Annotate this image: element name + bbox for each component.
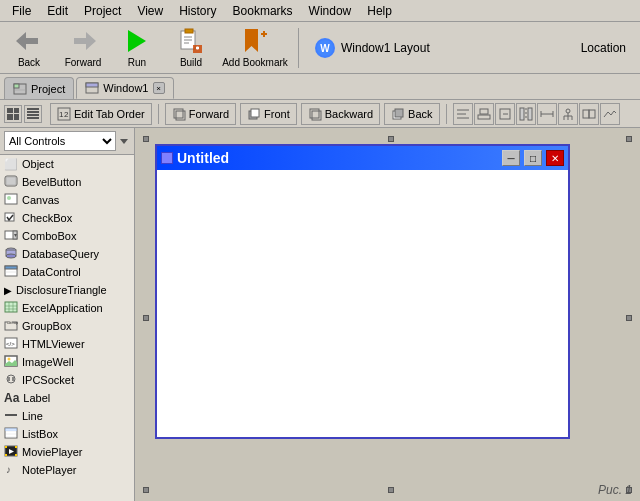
- list-view-btn[interactable]: [24, 105, 42, 123]
- back-icon: [15, 27, 43, 55]
- build-icon: [177, 27, 205, 55]
- sidebar-item-disclosuretriangle[interactable]: ▶ DisclosureTriangle: [0, 281, 134, 299]
- svg-rect-36: [478, 115, 490, 119]
- canvas-handle-tl[interactable]: [143, 136, 149, 142]
- forward-button[interactable]: Forward: [58, 25, 108, 71]
- sidebar-items-list: ⬜ Object BevelButton: [0, 155, 134, 501]
- run-button[interactable]: Run: [112, 25, 162, 71]
- secondary-toolbar: 1 2 Edit Tab Order Forward Front Backwar…: [0, 100, 640, 128]
- misc-button-2[interactable]: [600, 103, 620, 125]
- distribute-icon: [519, 107, 533, 121]
- align-left-button[interactable]: [453, 103, 473, 125]
- alignment-group: [453, 103, 620, 125]
- svg-marker-2: [128, 30, 146, 52]
- sim-minimize-button[interactable]: ─: [502, 150, 520, 166]
- sidebar-item-canvas[interactable]: Canvas: [0, 191, 134, 209]
- sidebar-item-ipcsocket[interactable]: IPCSocket: [0, 371, 134, 389]
- back-order-icon: [391, 107, 405, 121]
- movie-icon: [4, 445, 18, 459]
- anchor-icon: [561, 107, 575, 121]
- tabs-bar: Project Window1 ×: [0, 74, 640, 100]
- back-button[interactable]: Back: [4, 25, 54, 71]
- sidebar-item-label: Object: [22, 158, 54, 170]
- sidebar-item-combobox[interactable]: ComboBox: [0, 227, 134, 245]
- line-icon: [4, 409, 18, 423]
- controls-filter[interactable]: All Controls: [4, 131, 116, 151]
- sidebar-item-label: MoviePlayer: [22, 446, 83, 458]
- forward-order-label: Forward: [189, 108, 229, 120]
- sidebar-item-label: ImageWell: [22, 356, 74, 368]
- sidebar-item-excelapplication[interactable]: ExcelApplication: [0, 299, 134, 317]
- canvas-area: Untitled ─ □ ✕ Рис. 1: [135, 128, 640, 501]
- group-icon: Group: [4, 319, 18, 333]
- sim-maximize-button[interactable]: □: [524, 150, 542, 166]
- menu-help[interactable]: Help: [359, 2, 400, 20]
- sidebar-item-label: DatabaseQuery: [22, 248, 99, 260]
- anchor-button[interactable]: [558, 103, 578, 125]
- sidebar-item-listbox[interactable]: ListBox: [0, 425, 134, 443]
- run-label: Run: [128, 57, 146, 68]
- misc-button-1[interactable]: [579, 103, 599, 125]
- svg-rect-91: [5, 454, 7, 456]
- sidebar-item-line[interactable]: Line: [0, 407, 134, 425]
- svg-point-78: [8, 358, 11, 361]
- tab-window1[interactable]: Window1 ×: [76, 77, 173, 99]
- window1-tab-close[interactable]: ×: [153, 82, 165, 94]
- sidebar-item-imagewell[interactable]: ImageWell: [0, 353, 134, 371]
- svg-rect-87: [5, 428, 17, 431]
- align-right-button[interactable]: [495, 103, 515, 125]
- grid-view-btn[interactable]: [4, 105, 22, 123]
- sim-window: Untitled ─ □ ✕: [155, 144, 570, 439]
- menu-bookmarks[interactable]: Bookmarks: [225, 2, 301, 20]
- sidebar-item-bevelbutton[interactable]: BevelButton: [0, 173, 134, 191]
- add-bookmark-icon: [241, 27, 269, 55]
- sidebar-item-label[interactable]: Aa Label: [0, 389, 134, 407]
- sidebar-item-databasequery[interactable]: DatabaseQuery: [0, 245, 134, 263]
- sidebar-item-noteplayer[interactable]: ♪ NotePlayer: [0, 461, 134, 479]
- backward-order-button[interactable]: Backward: [301, 103, 380, 125]
- canvas-handle-bl[interactable]: [143, 487, 149, 493]
- sidebar-item-movieplayer[interactable]: MoviePlayer: [0, 443, 134, 461]
- menu-history[interactable]: History: [171, 2, 224, 20]
- canvas-handle-tm[interactable]: [388, 136, 394, 142]
- align-center-button[interactable]: [474, 103, 494, 125]
- svg-rect-27: [251, 109, 259, 117]
- svg-rect-51: [589, 110, 595, 118]
- sidebar-item-htmlviewer[interactable]: </> HTMLViewer: [0, 335, 134, 353]
- svg-rect-90: [15, 446, 17, 448]
- sim-close-button[interactable]: ✕: [546, 150, 564, 166]
- menu-view[interactable]: View: [129, 2, 171, 20]
- tab-project[interactable]: Project: [4, 77, 74, 99]
- canvas-handle-ml[interactable]: [143, 315, 149, 321]
- menu-window[interactable]: Window: [301, 2, 360, 20]
- menubar: File Edit Project View History Bookmarks…: [0, 0, 640, 22]
- bevel-icon: [4, 175, 18, 189]
- sidebar-item-datacontrol[interactable]: DataControl: [0, 263, 134, 281]
- back-order-button[interactable]: Back: [384, 103, 439, 125]
- canvas-handle-tr[interactable]: [626, 136, 632, 142]
- sidebar-item-object[interactable]: ⬜ Object: [0, 155, 134, 173]
- combobox-icon: [4, 229, 18, 243]
- svg-marker-1: [74, 32, 96, 50]
- size-button[interactable]: [537, 103, 557, 125]
- menu-edit[interactable]: Edit: [39, 2, 76, 20]
- forward-order-icon: [172, 107, 186, 121]
- canvas-handle-bm[interactable]: [388, 487, 394, 493]
- canvas-handle-mr[interactable]: [626, 315, 632, 321]
- add-bookmark-button[interactable]: Add Bookmark: [220, 25, 290, 71]
- distribute-button[interactable]: [516, 103, 536, 125]
- main-area: All Controls ⬜ Object: [0, 128, 640, 501]
- forward-order-button[interactable]: Forward: [165, 103, 236, 125]
- edit-tab-order-button[interactable]: 1 2 Edit Tab Order: [50, 103, 152, 125]
- svg-text:</>: </>: [6, 341, 15, 347]
- svg-rect-89: [5, 446, 7, 448]
- excel-icon: [4, 301, 18, 315]
- sidebar-header: All Controls: [0, 128, 134, 155]
- front-order-button[interactable]: Front: [240, 103, 297, 125]
- sidebar-item-groupbox[interactable]: Group GroupBox: [0, 317, 134, 335]
- sidebar-item-checkbox[interactable]: CheckBox: [0, 209, 134, 227]
- build-button[interactable]: Build: [166, 25, 216, 71]
- svg-rect-28: [310, 109, 319, 118]
- menu-file[interactable]: File: [4, 2, 39, 20]
- menu-project[interactable]: Project: [76, 2, 129, 20]
